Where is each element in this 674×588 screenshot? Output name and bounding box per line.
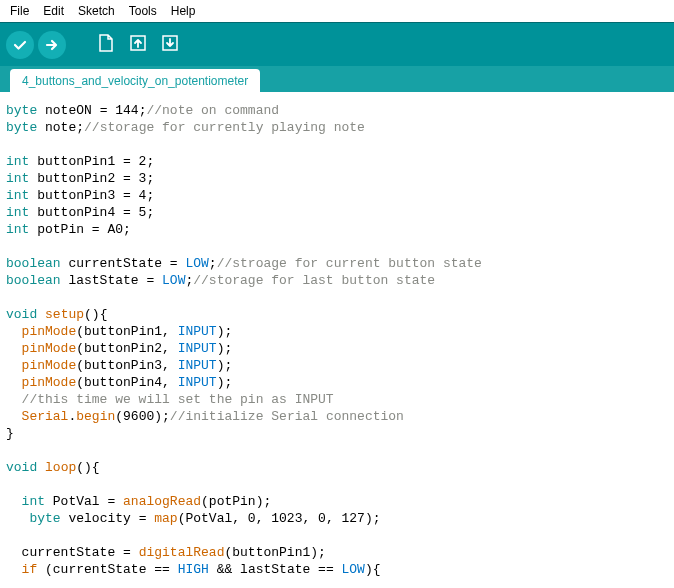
- code-token: boolean: [6, 273, 61, 288]
- code-token: (buttonPin3,: [76, 358, 177, 373]
- code-token: int: [6, 188, 29, 203]
- code-editor[interactable]: byte noteON = 144;//note on command byte…: [0, 92, 674, 588]
- code-token: buttonPin2 = 3;: [29, 171, 154, 186]
- code-token: (currentState ==: [37, 562, 177, 577]
- code-token: LOW: [185, 256, 208, 271]
- check-icon: [12, 37, 28, 53]
- code-token: && lastState ==: [209, 562, 342, 577]
- code-token: void: [6, 460, 37, 475]
- code-comment: //initialize Serial connection: [170, 409, 404, 424]
- code-token: );: [217, 341, 233, 356]
- menu-file[interactable]: File: [4, 2, 35, 20]
- code-token: noteON = 144;: [37, 103, 146, 118]
- code-token: pinMode: [22, 324, 77, 339]
- code-token: pinMode: [22, 341, 77, 356]
- open-button[interactable]: [124, 31, 152, 59]
- code-token: INPUT: [178, 324, 217, 339]
- tab-bar: 4_buttons_and_velocity_on_potentiometer: [0, 66, 674, 92]
- code-token: int: [22, 494, 45, 509]
- code-comment: //this time we will set the pin as INPUT: [6, 392, 334, 407]
- menu-bar: File Edit Sketch Tools Help: [0, 0, 674, 22]
- code-token: (buttonPin1);: [224, 545, 325, 560]
- code-token: HIGH: [178, 562, 209, 577]
- code-token: digitalRead: [139, 545, 225, 560]
- code-token: );: [217, 375, 233, 390]
- code-token: currentState =: [6, 545, 139, 560]
- code-comment: //stroage for current button state: [217, 256, 482, 271]
- code-token: ){: [365, 562, 381, 577]
- code-comment: //storage for last button state: [193, 273, 435, 288]
- code-token: LOW: [342, 562, 365, 577]
- upload-button[interactable]: [38, 31, 66, 59]
- code-token: note;: [37, 120, 84, 135]
- code-token: byte: [6, 120, 37, 135]
- code-token: INPUT: [178, 358, 217, 373]
- new-button[interactable]: [92, 31, 120, 59]
- code-token: [6, 324, 22, 339]
- menu-sketch[interactable]: Sketch: [72, 2, 121, 20]
- code-token: pinMode: [22, 358, 77, 373]
- code-token: PotVal =: [45, 494, 123, 509]
- code-token: (){: [76, 460, 99, 475]
- code-token: );: [217, 324, 233, 339]
- menu-edit[interactable]: Edit: [37, 2, 70, 20]
- code-token: currentState =: [61, 256, 186, 271]
- code-token: int: [6, 222, 29, 237]
- code-token: loop: [45, 460, 76, 475]
- menu-help[interactable]: Help: [165, 2, 202, 20]
- code-token: Serial: [22, 409, 69, 424]
- menu-tools[interactable]: Tools: [123, 2, 163, 20]
- code-token: potPin = A0;: [29, 222, 130, 237]
- code-token: buttonPin4 = 5;: [29, 205, 154, 220]
- verify-button[interactable]: [6, 31, 34, 59]
- code-token: buttonPin3 = 4;: [29, 188, 154, 203]
- code-token: INPUT: [178, 375, 217, 390]
- tab-sketch[interactable]: 4_buttons_and_velocity_on_potentiometer: [10, 69, 260, 92]
- code-token: [6, 375, 22, 390]
- code-token: lastState =: [61, 273, 162, 288]
- code-token: int: [6, 171, 29, 186]
- save-button[interactable]: [156, 31, 184, 59]
- code-token: (buttonPin1,: [76, 324, 177, 339]
- code-token: map: [154, 511, 177, 526]
- code-token: setup: [45, 307, 84, 322]
- code-token: int: [6, 154, 29, 169]
- arrow-right-icon: [44, 37, 60, 53]
- code-token: (potPin);: [201, 494, 271, 509]
- code-token: (buttonPin4,: [76, 375, 177, 390]
- code-comment: //note on command: [146, 103, 279, 118]
- code-token: buttonPin1 = 2;: [29, 154, 154, 169]
- code-token: LOW: [162, 273, 185, 288]
- code-token: [6, 358, 22, 373]
- code-token: int: [6, 205, 29, 220]
- tab-label: 4_buttons_and_velocity_on_potentiometer: [22, 74, 248, 88]
- code-token: begin: [76, 409, 115, 424]
- code-token: if: [22, 562, 38, 577]
- code-token: pinMode: [22, 375, 77, 390]
- code-token: void: [6, 307, 37, 322]
- code-token: (buttonPin2,: [76, 341, 177, 356]
- code-token: [37, 307, 45, 322]
- code-token: velocity =: [61, 511, 155, 526]
- code-token: }: [6, 426, 14, 441]
- code-token: (PotVal, 0, 1023, 0, 127);: [178, 511, 381, 526]
- code-token: [6, 494, 22, 509]
- code-token: INPUT: [178, 341, 217, 356]
- code-token: );: [217, 358, 233, 373]
- code-token: [6, 409, 22, 424]
- code-token: byte: [6, 103, 37, 118]
- toolbar: [0, 22, 674, 66]
- arrow-down-icon: [160, 33, 180, 56]
- arrow-up-icon: [128, 33, 148, 56]
- code-token: byte: [29, 511, 60, 526]
- code-token: [37, 460, 45, 475]
- code-token: (){: [84, 307, 107, 322]
- code-token: [6, 562, 22, 577]
- code-token: [6, 511, 29, 526]
- code-token: [6, 341, 22, 356]
- code-token: (9600);: [115, 409, 170, 424]
- code-token: boolean: [6, 256, 61, 271]
- code-token: ;: [209, 256, 217, 271]
- code-comment: //storage for currently playing note: [84, 120, 365, 135]
- file-icon: [96, 33, 116, 56]
